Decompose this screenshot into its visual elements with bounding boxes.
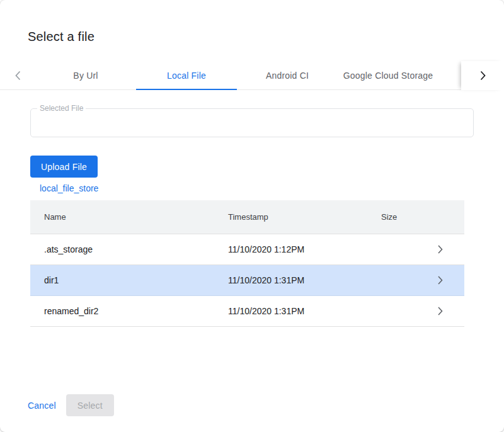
- file-timestamp: 11/10/2020 1:31PM: [228, 275, 381, 285]
- chevron-right-icon: [428, 307, 453, 315]
- tab-google-cloud-storage[interactable]: Google Cloud Storage: [338, 61, 438, 89]
- tab-label: Android CI: [266, 71, 309, 81]
- cancel-button[interactable]: Cancel: [28, 401, 56, 411]
- column-header-timestamp: Timestamp: [228, 212, 381, 222]
- dialog-footer: Cancel Select: [28, 394, 114, 416]
- chevron-right-icon: [480, 71, 486, 81]
- tab-label: Google Cloud Storage: [343, 71, 433, 81]
- table-header-row: Name Timestamp Size: [30, 200, 464, 234]
- tab-label: Local File: [167, 71, 206, 81]
- local-file-store-link[interactable]: local_file_store: [40, 183, 98, 193]
- selected-file-field: Selected File: [30, 108, 474, 137]
- dialog-title: Select a file: [28, 30, 94, 44]
- upload-file-button[interactable]: Upload File: [30, 156, 98, 178]
- chevron-left-icon: [15, 71, 21, 81]
- file-timestamp: 11/10/2020 1:12PM: [228, 244, 381, 254]
- tab-scroll-right-button[interactable]: [461, 61, 504, 90]
- tab-local-file[interactable]: Local File: [136, 61, 237, 89]
- file-name: renamed_dir2: [44, 306, 228, 316]
- file-name: dir1: [44, 275, 228, 285]
- select-button[interactable]: Select: [66, 394, 114, 416]
- selected-file-input[interactable]: [31, 109, 473, 137]
- chevron-right-icon: [428, 245, 453, 254]
- tab-bar: By Url Local File Android CI Google Clou…: [0, 61, 504, 90]
- tab-android-ci[interactable]: Android CI: [237, 61, 338, 89]
- chevron-right-icon: [428, 276, 453, 285]
- select-file-dialog: Select a file By Url Local File Android …: [0, 0, 504, 432]
- file-table: Name Timestamp Size .ats_storage 11/10/2…: [30, 200, 464, 327]
- column-header-name: Name: [44, 212, 228, 222]
- file-name: .ats_storage: [44, 244, 228, 254]
- tab-label: By Url: [73, 71, 98, 81]
- column-header-size: Size: [381, 212, 428, 222]
- tab-by-url[interactable]: By Url: [35, 61, 136, 89]
- table-row-selected[interactable]: dir1 11/10/2020 1:31PM: [30, 265, 464, 296]
- file-timestamp: 11/10/2020 1:31PM: [228, 306, 381, 316]
- selected-file-label: Selected File: [37, 104, 86, 113]
- tab-scroll-left-button[interactable]: [0, 61, 35, 89]
- table-row[interactable]: renamed_dir2 11/10/2020 1:31PM: [30, 296, 464, 327]
- table-row[interactable]: .ats_storage 11/10/2020 1:12PM: [30, 234, 464, 265]
